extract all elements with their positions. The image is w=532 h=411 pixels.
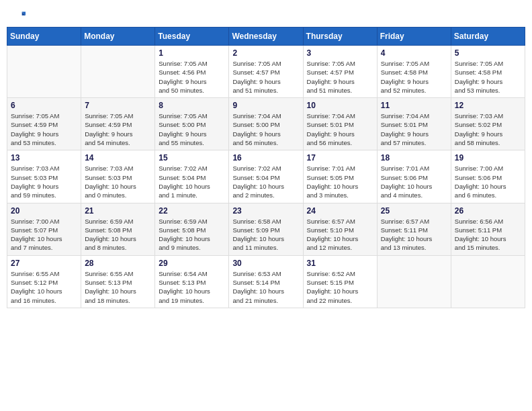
calendar-header-tuesday: Tuesday [155,28,229,46]
day-number: 2 [232,48,299,58]
day-number: 5 [455,48,521,58]
day-info: Sunrise: 7:05 AM Sunset: 4:57 PM Dayligh… [307,59,373,95]
day-number: 7 [85,101,151,110]
day-number: 17 [307,153,373,163]
day-number: 10 [307,101,373,110]
calendar-cell: 24Sunrise: 6:57 AM Sunset: 5:10 PM Dayli… [303,203,377,255]
day-number: 29 [159,259,225,268]
day-number: 27 [11,259,77,268]
day-info: Sunrise: 7:05 AM Sunset: 4:57 PM Dayligh… [232,59,299,95]
calendar-cell: 6Sunrise: 7:05 AM Sunset: 4:59 PM Daylig… [7,98,81,150]
day-info: Sunrise: 7:05 AM Sunset: 4:58 PM Dayligh… [381,59,447,95]
day-number: 8 [159,101,225,110]
calendar-week-3: 13Sunrise: 7:03 AM Sunset: 5:03 PM Dayli… [7,150,525,203]
day-info: Sunrise: 7:02 AM Sunset: 5:04 PM Dayligh… [159,164,225,199]
day-number: 13 [11,153,77,163]
day-info: Sunrise: 7:05 AM Sunset: 4:56 PM Dayligh… [159,59,225,95]
day-info: Sunrise: 7:03 AM Sunset: 5:02 PM Dayligh… [455,111,521,147]
calendar-cell: 11Sunrise: 7:04 AM Sunset: 5:01 PM Dayli… [377,98,451,150]
calendar-cell: 19Sunrise: 7:00 AM Sunset: 5:06 PM Dayli… [451,150,525,203]
day-info: Sunrise: 7:04 AM Sunset: 5:01 PM Dayligh… [307,111,373,147]
day-info: Sunrise: 6:55 AM Sunset: 5:13 PM Dayligh… [85,269,151,305]
day-number: 28 [85,259,151,268]
calendar-cell: 5Sunrise: 7:05 AM Sunset: 4:58 PM Daylig… [451,46,525,98]
calendar-cell: 23Sunrise: 6:58 AM Sunset: 5:09 PM Dayli… [229,203,303,255]
calendar-cell: 2Sunrise: 7:05 AM Sunset: 4:57 PM Daylig… [229,46,303,98]
day-info: Sunrise: 7:00 AM Sunset: 5:07 PM Dayligh… [11,217,77,253]
day-info: Sunrise: 7:03 AM Sunset: 5:03 PM Dayligh… [85,164,151,199]
day-number: 31 [307,259,373,268]
day-info: Sunrise: 7:04 AM Sunset: 5:01 PM Dayligh… [381,111,447,147]
day-number: 21 [85,206,151,216]
day-info: Sunrise: 7:02 AM Sunset: 5:04 PM Dayligh… [232,164,299,199]
calendar-cell [81,46,155,98]
calendar-header-thursday: Thursday [303,28,377,46]
day-info: Sunrise: 7:03 AM Sunset: 5:03 PM Dayligh… [11,164,77,199]
calendar-cell: 21Sunrise: 6:59 AM Sunset: 5:08 PM Dayli… [81,203,155,255]
calendar-header-wednesday: Wednesday [229,28,303,46]
calendar-cell: 31Sunrise: 6:52 AM Sunset: 5:15 PM Dayli… [303,255,377,308]
day-number: 20 [11,206,77,216]
calendar-cell: 7Sunrise: 7:05 AM Sunset: 4:59 PM Daylig… [81,98,155,150]
day-info: Sunrise: 7:05 AM Sunset: 4:59 PM Dayligh… [11,111,77,147]
calendar-header-sunday: Sunday [7,28,81,46]
day-number: 15 [159,153,225,163]
day-info: Sunrise: 7:05 AM Sunset: 5:00 PM Dayligh… [159,111,225,147]
day-info: Sunrise: 6:56 AM Sunset: 5:11 PM Dayligh… [455,217,521,253]
day-info: Sunrise: 6:53 AM Sunset: 5:14 PM Dayligh… [232,269,299,305]
day-number: 3 [307,48,373,58]
day-number: 4 [381,48,447,58]
day-number: 23 [232,206,299,216]
logo [12,9,26,19]
calendar-cell: 30Sunrise: 6:53 AM Sunset: 5:14 PM Dayli… [229,255,303,308]
calendar-cell: 3Sunrise: 7:05 AM Sunset: 4:57 PM Daylig… [303,46,377,98]
calendar-cell: 15Sunrise: 7:02 AM Sunset: 5:04 PM Dayli… [155,150,229,203]
calendar-cell: 16Sunrise: 7:02 AM Sunset: 5:04 PM Dayli… [229,150,303,203]
day-info: Sunrise: 6:54 AM Sunset: 5:13 PM Dayligh… [159,269,225,305]
logo-icon [13,9,26,21]
day-number: 24 [307,206,373,216]
day-info: Sunrise: 6:59 AM Sunset: 5:08 PM Dayligh… [85,217,151,253]
calendar-week-2: 6Sunrise: 7:05 AM Sunset: 4:59 PM Daylig… [7,98,525,150]
calendar-cell: 10Sunrise: 7:04 AM Sunset: 5:01 PM Dayli… [303,98,377,150]
calendar-cell: 26Sunrise: 6:56 AM Sunset: 5:11 PM Dayli… [451,203,525,255]
day-info: Sunrise: 6:55 AM Sunset: 5:12 PM Dayligh… [11,269,77,305]
day-info: Sunrise: 7:05 AM Sunset: 4:58 PM Dayligh… [455,59,521,95]
day-info: Sunrise: 6:57 AM Sunset: 5:10 PM Dayligh… [307,217,373,253]
calendar-header-row: SundayMondayTuesdayWednesdayThursdayFrid… [7,28,525,46]
calendar-cell: 27Sunrise: 6:55 AM Sunset: 5:12 PM Dayli… [7,255,81,308]
day-number: 26 [455,206,521,216]
day-info: Sunrise: 6:59 AM Sunset: 5:08 PM Dayligh… [159,217,225,253]
day-number: 16 [232,153,299,163]
calendar-cell: 4Sunrise: 7:05 AM Sunset: 4:58 PM Daylig… [377,46,451,98]
calendar-week-5: 27Sunrise: 6:55 AM Sunset: 5:12 PM Dayli… [7,255,525,308]
calendar-cell [377,255,451,308]
day-number: 30 [232,259,299,268]
day-number: 14 [85,153,151,163]
day-info: Sunrise: 6:52 AM Sunset: 5:15 PM Dayligh… [307,269,373,305]
calendar-cell: 9Sunrise: 7:04 AM Sunset: 5:00 PM Daylig… [229,98,303,150]
calendar-cell: 8Sunrise: 7:05 AM Sunset: 5:00 PM Daylig… [155,98,229,150]
day-number: 1 [159,48,225,58]
calendar-header-monday: Monday [81,28,155,46]
calendar-cell: 18Sunrise: 7:01 AM Sunset: 5:06 PM Dayli… [377,150,451,203]
calendar-cell [7,46,81,98]
calendar-header-friday: Friday [377,28,451,46]
day-number: 22 [159,206,225,216]
day-info: Sunrise: 7:01 AM Sunset: 5:06 PM Dayligh… [381,164,447,199]
calendar-cell: 28Sunrise: 6:55 AM Sunset: 5:13 PM Dayli… [81,255,155,308]
day-info: Sunrise: 7:05 AM Sunset: 4:59 PM Dayligh… [85,111,151,147]
page-header [7,7,525,21]
day-number: 25 [381,206,447,216]
calendar-week-4: 20Sunrise: 7:00 AM Sunset: 5:07 PM Dayli… [7,203,525,255]
calendar-cell: 20Sunrise: 7:00 AM Sunset: 5:07 PM Dayli… [7,203,81,255]
calendar-cell [451,255,525,308]
day-number: 19 [455,153,521,163]
day-number: 18 [381,153,447,163]
calendar-cell: 25Sunrise: 6:57 AM Sunset: 5:11 PM Dayli… [377,203,451,255]
day-info: Sunrise: 7:04 AM Sunset: 5:00 PM Dayligh… [232,111,299,147]
day-info: Sunrise: 7:00 AM Sunset: 5:06 PM Dayligh… [455,164,521,199]
day-info: Sunrise: 6:58 AM Sunset: 5:09 PM Dayligh… [232,217,299,253]
calendar-week-1: 1Sunrise: 7:05 AM Sunset: 4:56 PM Daylig… [7,46,525,98]
day-info: Sunrise: 6:57 AM Sunset: 5:11 PM Dayligh… [381,217,447,253]
